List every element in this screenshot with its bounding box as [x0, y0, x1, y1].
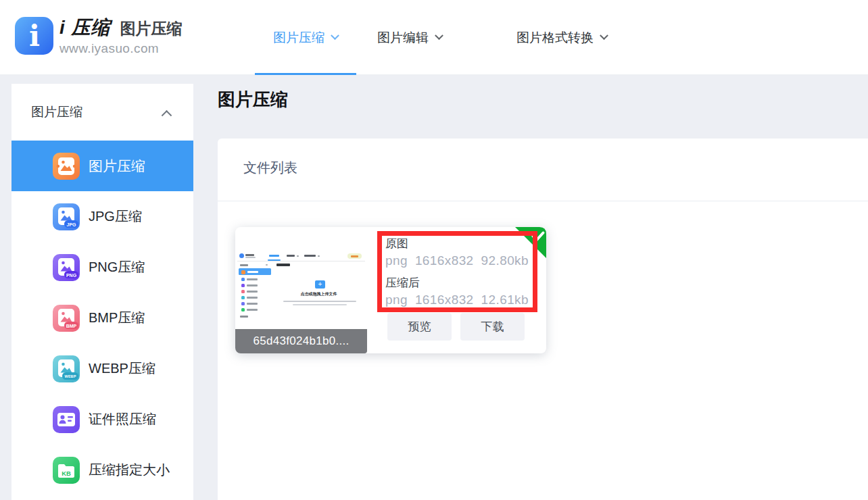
file-thumbnail[interactable]: + 点击或拖拽上传文件 65d43f024b1b0....: [235, 227, 367, 353]
thumb-bar: [240, 316, 248, 318]
thumb-bar: [247, 271, 258, 273]
thumb-icon: [241, 302, 245, 305]
file-card: + 点击或拖拽上传文件 65d43f024b1b0.... 原图 png1616…: [235, 227, 546, 353]
thumb-bar: [247, 297, 258, 299]
svg-text:JPG: JPG: [66, 222, 76, 226]
original-size: 92.80kb: [481, 253, 529, 268]
file-actions: 预览 下载: [387, 313, 525, 341]
thumbnail-mini-screenshot: + 点击或拖拽上传文件: [237, 251, 365, 328]
thumb-bar: [245, 257, 256, 258]
sidebar-item-jpg-compress[interactable]: JPG JPG压缩: [11, 191, 193, 242]
thumb-nav-bar: [269, 255, 279, 257]
sidebar-group-image-compress[interactable]: 图片压缩: [11, 84, 193, 141]
sidebar: 图片压缩 图片压缩 JPG JPG压缩 PNG: [11, 84, 193, 500]
image-compress-icon: [53, 153, 80, 180]
sidebar-item-webp-compress[interactable]: WEBP WEBP压缩: [11, 343, 193, 394]
thumb-nav-bar: [304, 255, 316, 257]
original-label: 原图: [385, 236, 536, 251]
original-format: png: [385, 253, 408, 268]
thumb-bar: [247, 291, 258, 293]
thumb-icon: [241, 308, 245, 311]
thumb-bar: [245, 254, 254, 256]
nav-tab-format-convert[interactable]: 图片格式转换: [498, 0, 625, 75]
file-list-title: 文件列表: [243, 159, 297, 177]
nav-tab-label: 图片编辑: [377, 29, 429, 47]
original-info: png1616x83292.80kb: [385, 251, 536, 270]
logo-i-icon: i: [15, 17, 53, 55]
thumb-bar: [247, 284, 258, 286]
thumb-title-bar: [276, 264, 290, 266]
sidebar-item-png-compress[interactable]: PNG PNG压缩: [11, 242, 193, 293]
chevron-down-icon: [331, 31, 339, 40]
thumb-bar: [293, 304, 347, 305]
thumb-bar: [318, 255, 320, 257]
thumb-icon: [241, 284, 245, 287]
chevron-up-icon: [162, 109, 172, 120]
thumb-logo-dot: [239, 253, 244, 258]
thumb-icon: [241, 290, 245, 293]
thumb-bar: [351, 255, 358, 257]
svg-text:BMP: BMP: [66, 323, 77, 328]
sidebar-item-label: 图片压缩: [89, 157, 145, 176]
thumb-bar: [283, 301, 356, 302]
jpg-compress-icon: JPG: [53, 203, 80, 230]
thumb-icon: [241, 296, 245, 299]
sidebar-item-label: 压缩指定大小: [89, 461, 170, 479]
sidebar-item-label: 证件照压缩: [89, 410, 156, 428]
thumb-icon: [241, 270, 245, 274]
chevron-down-icon: [600, 31, 608, 40]
sidebar-item-label: JPG压缩: [89, 207, 142, 226]
kb-folder-icon: KB: [53, 457, 80, 484]
sidebar-item-label: PNG压缩: [89, 258, 145, 276]
webp-compress-icon: WEBP: [53, 355, 80, 382]
bmp-compress-icon: BMP: [53, 305, 80, 332]
brand-name: i 压缩: [59, 15, 111, 41]
site-url: www.iyasuo.com: [59, 41, 183, 56]
thumb-bar: [247, 278, 258, 280]
sidebar-item-compress-to-size[interactable]: KB 压缩指定大小: [11, 445, 193, 495]
file-name: 65d43f024b1b0....: [253, 334, 349, 348]
file-info: 原图 png1616x83292.80kb 压缩后 png1616x83212.…: [385, 236, 536, 309]
download-button[interactable]: 下载: [460, 313, 525, 341]
svg-text:KB: KB: [62, 469, 71, 476]
thumb-upload-plus: +: [315, 280, 325, 289]
nav-tab-image-compress[interactable]: 图片压缩: [255, 0, 356, 75]
thumb-bar: [240, 264, 248, 266]
svg-text:PNG: PNG: [66, 272, 77, 277]
sidebar-item-label: WEBP压缩: [89, 359, 155, 378]
sidebar-item-id-photo-compress[interactable]: 证件照压缩: [11, 394, 193, 445]
png-compress-icon: PNG: [53, 254, 80, 281]
brand-product: 图片压缩: [120, 18, 183, 39]
thumb-upload-hint: 点击或拖拽上传文件: [272, 291, 365, 297]
page-title: 图片压缩: [218, 88, 288, 111]
sidebar-group-title: 图片压缩: [31, 103, 82, 121]
compressed-info: png1616x83212.61kb: [385, 291, 536, 309]
compressed-size: 12.61kb: [481, 293, 529, 307]
chevron-down-icon: [435, 31, 443, 40]
nav-tab-label: 图片压缩: [273, 29, 324, 47]
active-tab-underline: [255, 73, 356, 75]
svg-text:i: i: [29, 20, 40, 53]
site-logo[interactable]: i i 压缩 图片压缩 www.iyasuo.com: [15, 15, 183, 56]
file-name-bar: 65d43f024b1b0....: [235, 329, 367, 353]
file-list-panel: 文件列表: [218, 139, 868, 500]
thumb-icon: [241, 278, 245, 281]
logo-texts: i 压缩 图片压缩 www.iyasuo.com: [59, 15, 183, 56]
nav-tab-label: 图片格式转换: [516, 29, 594, 47]
compressed-label: 压缩后: [385, 275, 536, 291]
sidebar-item-image-compress[interactable]: 图片压缩: [11, 141, 193, 191]
top-header: i i 压缩 图片压缩 www.iyasuo.com 图片压缩 图片编辑 图片格…: [0, 0, 868, 75]
thumb-bar: [247, 303, 258, 305]
nav-tab-image-edit[interactable]: 图片编辑: [359, 0, 460, 75]
preview-button[interactable]: 预览: [387, 313, 452, 341]
thumb-bar: [297, 255, 299, 257]
svg-text:WEBP: WEBP: [65, 374, 76, 378]
id-photo-icon: [53, 406, 80, 433]
sidebar-item-bmp-compress[interactable]: BMP BMP压缩: [11, 293, 193, 343]
thumb-bar: [247, 309, 258, 311]
compressed-format: png: [385, 293, 408, 307]
original-dimensions: 1616x832: [415, 253, 474, 268]
thumb-bar: [266, 264, 268, 266]
thumb-nav-bar: [287, 255, 295, 257]
compressed-dimensions: 1616x832: [415, 293, 474, 307]
